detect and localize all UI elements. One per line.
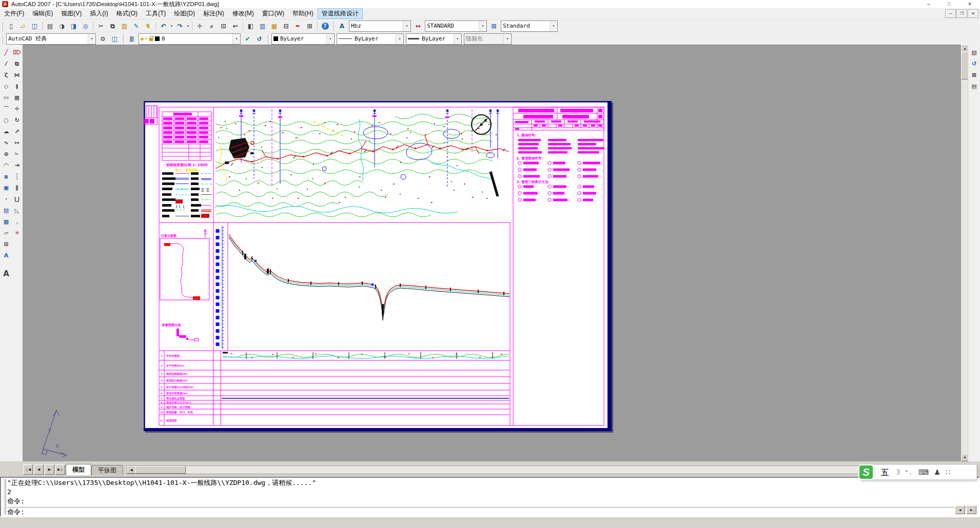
explode-icon[interactable]: ✳ (11, 227, 23, 238)
tab-last-button[interactable]: ▶❘ (55, 464, 65, 475)
dock-tool-1-icon[interactable]: ▧ (969, 47, 980, 58)
redo-icon[interactable]: ↷ (174, 20, 186, 32)
toolbar-grip[interactable] (2, 21, 3, 31)
table-style-icon[interactable]: ⊞ (488, 20, 500, 32)
ellipse-arc-icon[interactable]: ◠ (1, 159, 12, 171)
trim-icon[interactable]: ✁ (11, 148, 23, 159)
mdi-minimize-button[interactable]: ─ (945, 9, 956, 18)
menu-file[interactable]: 文件(F) (0, 8, 28, 19)
insert-block-icon[interactable]: ⧈ (1, 171, 12, 182)
properties-toolbar-grip[interactable] (267, 34, 268, 44)
mdi-close-button[interactable]: ✕ (968, 9, 978, 18)
menu-view[interactable]: 视图(V) (57, 8, 86, 19)
workspaces-toolbar-grip[interactable] (2, 34, 3, 44)
break-icon[interactable]: ∦ (11, 182, 23, 193)
zoom-window-icon[interactable]: ⊡ (218, 20, 229, 32)
dock-tool-4-icon[interactable]: ▤ (969, 80, 980, 92)
close-button[interactable]: ✕ (959, 0, 980, 8)
construction-line-icon[interactable]: ⁄ (1, 58, 12, 69)
tab-layout-pingzongtu[interactable]: 平纵图 (91, 465, 123, 475)
layer-properties-icon[interactable]: ≣ (126, 33, 138, 45)
ellipse-icon[interactable]: ⊜ (1, 148, 12, 159)
open-file-icon[interactable]: ▱ (17, 20, 29, 32)
extend-icon[interactable]: ⇥ (11, 159, 23, 171)
scroll-left-icon[interactable]: ◀ (127, 466, 136, 474)
dimension-style-icon[interactable]: ↔ (412, 20, 424, 32)
menu-pipeline-design[interactable]: 管道线路设计 (318, 8, 363, 19)
dock-tool-2-icon[interactable]: ↺ (969, 58, 980, 69)
tab-next-button[interactable]: ▶ (45, 464, 54, 475)
minimize-button[interactable]: ─ (918, 0, 939, 8)
paste-icon[interactable]: ▨ (119, 20, 130, 32)
menu-help[interactable]: 帮助(H) (288, 8, 318, 19)
sogou-logo-icon[interactable]: S (858, 464, 874, 480)
copy-icon[interactable]: ⧉ (107, 20, 119, 32)
properties-icon[interactable]: ◧ (245, 20, 257, 32)
zoom-previous-icon[interactable]: ↩ (229, 20, 241, 32)
markup-set-manager-icon[interactable]: ✒ (292, 20, 304, 32)
undo-dropdown-icon[interactable]: ▾ (169, 24, 174, 28)
chevron-down-icon[interactable]: ▾ (396, 34, 403, 44)
ime-punctuation-icon[interactable]: °， (906, 470, 913, 475)
drawing-canvas[interactable]: 管线地形图比例 1: 2000 电力、通信线路 (23, 45, 961, 462)
publish-web-icon[interactable]: ◎ (80, 20, 91, 32)
workspace-settings-icon[interactable]: ⚙ (97, 33, 109, 45)
new-file-icon[interactable]: ▯ (5, 20, 17, 32)
menu-window[interactable]: 窗口(W) (258, 8, 288, 19)
rotate-icon[interactable]: ↻ (11, 114, 23, 126)
erase-icon[interactable]: ⌦ (11, 47, 23, 58)
publish-icon[interactable]: ◨ (68, 20, 80, 32)
horizontal-scroll-thumb[interactable] (135, 466, 186, 474)
copy-object-icon[interactable]: ⧉ (11, 58, 23, 69)
lineweight-combo[interactable]: ByLayer ▾ (406, 33, 462, 45)
ime-moon-icon[interactable]: ☽ (894, 469, 900, 476)
array-icon[interactable]: ▦ (11, 92, 23, 103)
redo-dropdown-icon[interactable]: ▾ (186, 24, 190, 28)
match-properties-icon[interactable]: ✎ (130, 20, 142, 32)
chevron-down-icon[interactable]: ▾ (403, 21, 410, 31)
ime-mode-wubi[interactable]: 五 (881, 469, 889, 476)
tab-prev-button[interactable]: ◀ (34, 464, 44, 475)
workspace-save-icon[interactable]: ◫ (109, 33, 121, 45)
table-style-combo[interactable]: Standard ▾ (501, 21, 558, 32)
command-scroll-left-icon[interactable]: ◀ (955, 505, 965, 514)
mtext-icon[interactable]: A (1, 250, 12, 261)
make-block-icon[interactable]: ▣ (1, 182, 12, 193)
mdi-restore-button[interactable]: ❐ (956, 9, 967, 18)
text-toolbar-icon[interactable]: A (1, 268, 12, 279)
ime-keyboard-icon[interactable]: ⌨ (918, 469, 929, 476)
hatch-icon[interactable]: ▨ (1, 205, 12, 216)
menu-modify[interactable]: 修改(M) (228, 8, 258, 19)
chevron-down-icon[interactable]: ▾ (88, 34, 95, 44)
rectangle-icon[interactable]: ▭ (1, 92, 12, 103)
menu-format[interactable]: 格式(O) (112, 8, 142, 19)
tool-palettes-icon[interactable]: ▦ (268, 20, 280, 32)
layer-combo[interactable]: ● ☀ 0 ▾ (139, 33, 241, 45)
layer-previous-icon[interactable]: ↺ (253, 33, 265, 45)
chevron-down-icon[interactable]: ▾ (454, 34, 461, 44)
menu-dimension[interactable]: 标注(N) (199, 8, 228, 19)
tab-model[interactable]: 模型 (66, 464, 91, 475)
sheet-set-manager-icon[interactable]: ⊟ (280, 20, 292, 32)
block-editor-icon[interactable]: ↯ (142, 20, 154, 32)
offset-icon[interactable]: ≬ (11, 80, 23, 92)
revision-cloud-icon[interactable]: ☁ (1, 126, 12, 137)
arc-icon[interactable]: ⌒ (1, 103, 12, 114)
break-at-point-icon[interactable]: ┆ (11, 171, 23, 182)
chevron-down-icon[interactable]: ▾ (232, 34, 240, 44)
plot-icon[interactable]: ▤ (44, 20, 56, 32)
make-layer-current-icon[interactable]: ✔ (242, 33, 253, 45)
menu-tools[interactable]: 工具(T) (142, 8, 170, 19)
help-icon[interactable]: ? (319, 20, 331, 32)
vertical-scrollbar[interactable]: ▲ ▼ (961, 45, 968, 461)
ime-person-icon[interactable]: ♟ (934, 469, 940, 476)
dock-tool-3-icon[interactable]: ⊠ (969, 69, 980, 80)
layers-toolbar-grip[interactable] (122, 34, 124, 44)
fillet-icon[interactable]: ◞ (11, 216, 23, 227)
text-style-combo[interactable]: Hbz ▾ (349, 21, 411, 32)
tab-first-button[interactable]: ❘◀ (23, 464, 33, 475)
text-style-icon[interactable]: A (336, 20, 348, 32)
table-icon[interactable]: ⊞ (1, 238, 12, 250)
color-combo[interactable]: ByLayer ▾ (271, 33, 335, 45)
command-window[interactable]: "正在处理C:\\Users\\1735\\Desktop\\H1041-101… (0, 477, 980, 517)
